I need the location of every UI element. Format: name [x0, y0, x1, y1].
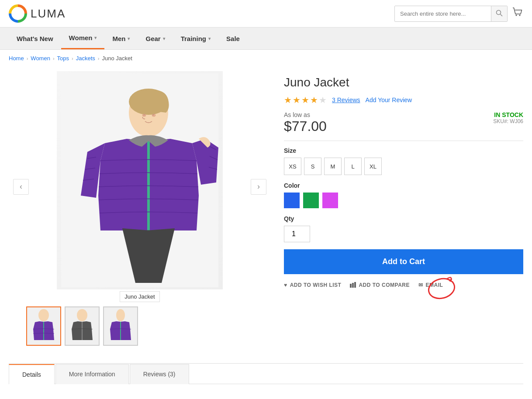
cart-button[interactable] [512, 7, 523, 21]
nav-inner: What's New Women ▾ Men ▾ Gear ▾ Training… [0, 28, 532, 49]
tab-more-information[interactable]: More Information [55, 364, 129, 384]
gallery-image-container: Juno Jacket [57, 71, 223, 302]
image-caption: Juno Jacket [120, 291, 159, 302]
reviews-row: ★ ★ ★ ★ ★ 3 Reviews Add Your Review [284, 95, 523, 105]
thumbnail-1[interactable] [26, 306, 61, 346]
breadcrumb-current: Juno Jacket [102, 55, 132, 62]
svg-rect-17 [350, 284, 352, 288]
reviews-count-link[interactable]: 3 Reviews [332, 96, 360, 103]
tab-details[interactable]: Details [9, 364, 55, 384]
search-input[interactable] [395, 7, 491, 21]
tab-list: Details More Information Reviews (3) [9, 364, 523, 384]
bottom-tabs: Details More Information Reviews (3) [9, 363, 523, 384]
nav-item-training[interactable]: Training ▾ [173, 28, 218, 49]
add-to-cart-button[interactable]: Add to Cart [284, 249, 523, 274]
main-nav: What's New Women ▾ Men ▾ Gear ▾ Training… [0, 28, 532, 50]
breadcrumb-tops[interactable]: Tops [57, 55, 69, 62]
product-price: $77.00 [284, 118, 327, 134]
star-3: ★ [301, 95, 309, 105]
compare-icon [350, 282, 356, 288]
color-label: Color [284, 182, 523, 189]
logo-area[interactable]: LUMA [9, 4, 66, 23]
gallery-prev-button[interactable]: ‹ [13, 179, 29, 195]
qty-label: Qty [284, 215, 523, 222]
search-icon [496, 10, 503, 17]
gallery-main: ‹ [9, 71, 271, 302]
action-links: ♥ ADD TO WISH LIST ADD TO COMPARE ✉ EMAI… [284, 282, 523, 288]
site-header: LUMA [0, 0, 532, 28]
breadcrumb-home[interactable]: Home [9, 55, 24, 62]
as-low-as-label: As low as [284, 111, 327, 118]
chevron-down-icon: ▾ [208, 36, 211, 41]
star-5: ★ [319, 95, 327, 105]
size-xl[interactable]: XL [364, 158, 382, 175]
size-xs[interactable]: XS [284, 158, 301, 175]
heart-icon: ♥ [284, 282, 287, 288]
email-link-container: ✉ EMAIL [418, 282, 443, 288]
sku-row: SKU#: WJ06 [493, 118, 523, 124]
chevron-down-icon: ▾ [94, 35, 97, 40]
price-stock-row: As low as $77.00 IN STOCK SKU#: WJ06 [284, 111, 523, 134]
nav-item-men[interactable]: Men ▾ [104, 28, 138, 49]
sku-label: SKU#: [493, 118, 508, 124]
main-content: ‹ [0, 67, 532, 354]
nav-item-whats-new[interactable]: What's New [9, 28, 61, 49]
breadcrumb-sep: › [53, 56, 55, 61]
svg-rect-18 [352, 283, 354, 288]
star-rating: ★ ★ ★ ★ ★ [284, 95, 327, 105]
star-1: ★ [284, 95, 292, 105]
breadcrumb: Home › Women › Tops › Jackets › Juno Jac… [0, 50, 532, 67]
add-to-compare-link[interactable]: ADD TO COMPARE [350, 282, 410, 288]
search-box [394, 6, 508, 22]
nav-item-women[interactable]: Women ▾ [61, 28, 105, 49]
email-link[interactable]: ✉ EMAIL [418, 282, 443, 288]
qty-input[interactable] [284, 226, 310, 242]
header-right [394, 6, 523, 22]
cart-icon [512, 7, 523, 18]
breadcrumb-sep: › [72, 56, 73, 61]
size-l[interactable]: L [344, 158, 362, 175]
svg-rect-19 [354, 282, 356, 288]
price-divider [284, 141, 523, 141]
svg-point-16 [116, 309, 125, 321]
size-m[interactable]: M [324, 158, 342, 175]
svg-point-1 [497, 10, 501, 14]
email-icon: ✉ [418, 282, 423, 288]
add-to-wishlist-link[interactable]: ♥ ADD TO WISH LIST [284, 282, 341, 288]
breadcrumb-jackets[interactable]: Jackets [76, 55, 95, 62]
chevron-down-icon: ▾ [128, 36, 130, 41]
luma-logo-icon [9, 4, 27, 23]
svg-point-3 [516, 15, 517, 16]
svg-line-2 [501, 14, 503, 16]
product-gallery: ‹ [9, 71, 271, 346]
chevron-down-icon: ▾ [163, 36, 165, 41]
color-magenta-swatch[interactable] [322, 193, 338, 208]
search-button[interactable] [491, 6, 507, 21]
product-image-svg [61, 73, 218, 287]
nav-item-gear[interactable]: Gear ▾ [138, 28, 173, 49]
tab-reviews[interactable]: Reviews (3) [130, 364, 189, 384]
star-2: ★ [293, 95, 301, 105]
main-product-image [57, 71, 223, 289]
svg-point-4 [519, 15, 521, 16]
gallery-next-button[interactable]: › [251, 179, 266, 195]
color-options [284, 193, 523, 208]
color-blue-swatch[interactable] [284, 193, 300, 208]
color-green-swatch[interactable] [303, 193, 319, 208]
svg-point-14 [77, 309, 87, 321]
in-stock-badge: IN STOCK [493, 111, 523, 118]
sku-value: WJ06 [510, 118, 523, 124]
price-area: As low as $77.00 [284, 111, 327, 134]
thumbnail-2[interactable] [65, 306, 100, 346]
thumbnail-list [9, 302, 271, 346]
nav-item-sale[interactable]: Sale [218, 28, 248, 49]
breadcrumb-women[interactable]: Women [31, 55, 50, 62]
add-review-link[interactable]: Add Your Review [366, 96, 412, 103]
thumbnail-3[interactable] [103, 306, 138, 346]
stock-area: IN STOCK SKU#: WJ06 [493, 111, 523, 124]
size-s[interactable]: S [304, 158, 321, 175]
product-title: Juno Jacket [284, 76, 523, 89]
svg-point-12 [38, 309, 49, 321]
logo-text: LUMA [31, 7, 66, 21]
breadcrumb-sep: › [98, 56, 100, 61]
